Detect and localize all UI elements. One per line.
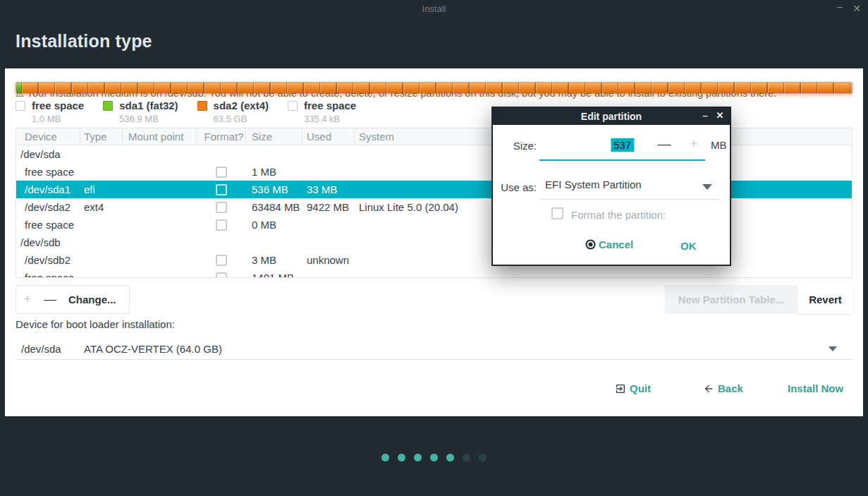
format-cell xyxy=(197,255,246,266)
legend-swatch-icon xyxy=(197,101,207,111)
cell-size: 1 MB xyxy=(246,166,302,178)
dialog-title: Edit partition xyxy=(493,108,730,125)
size-input[interactable]: 537 — + xyxy=(539,129,705,161)
wizard-progress-dots xyxy=(0,454,868,461)
legend-item: free space335.4 kB xyxy=(288,99,356,124)
format-checkbox[interactable] xyxy=(216,202,227,213)
partition-overview-bar xyxy=(16,82,852,94)
install-now-button[interactable]: Install Now xyxy=(788,382,843,394)
legend-size: 1.0 MB xyxy=(32,114,84,124)
format-partition-label: Format the partition: xyxy=(571,209,666,221)
dropdown-arrow-icon xyxy=(702,184,712,190)
use-as-label: Use as: xyxy=(493,181,537,193)
revert-button[interactable]: Revert xyxy=(797,285,853,314)
legend-label: sda1 (fat32) xyxy=(119,99,178,111)
legend-swatch-icon xyxy=(16,101,25,111)
bootloader-device: /dev/sda xyxy=(21,343,61,355)
size-unit-label: MB xyxy=(711,139,727,151)
use-as-value: EFI System Partition xyxy=(545,179,642,190)
cell-device: free space xyxy=(16,272,80,278)
size-decrement-button[interactable]: — xyxy=(657,136,671,152)
dialog-close-icon[interactable]: ✕ xyxy=(714,108,726,123)
dropdown-arrow-icon xyxy=(829,346,837,351)
partition-bar-segment-sda2 xyxy=(22,83,852,93)
column-header-type[interactable]: Type xyxy=(80,128,123,145)
cell-size: 1401 MB xyxy=(246,272,302,278)
change-partition-button[interactable]: Change... xyxy=(61,294,129,306)
progress-dot xyxy=(479,454,487,461)
cancel-button[interactable]: Cancel xyxy=(585,238,633,250)
close-icon[interactable]: ✕ xyxy=(850,3,864,14)
page-title: Installation type xyxy=(16,31,152,52)
column-header-mount-point[interactable]: Mount point xyxy=(123,128,197,145)
cell-device: /dev/sdb xyxy=(16,236,80,248)
legend-label: sda2 (ext4) xyxy=(214,99,269,111)
partition-bar-segment-sda1 xyxy=(16,83,22,93)
cell-device: /dev/sda xyxy=(16,148,80,160)
legend-size: 335.4 kB xyxy=(304,114,356,124)
progress-dot xyxy=(414,454,422,461)
column-header-format[interactable]: Format? xyxy=(197,128,246,145)
progress-dot xyxy=(398,454,405,461)
legend-size: 536.9 MB xyxy=(119,114,178,124)
add-partition-button[interactable]: + xyxy=(16,292,39,307)
legend-size: 63.5 GB xyxy=(214,114,269,124)
cell-device: /dev/sda2 xyxy=(16,201,80,213)
edit-partition-dialog: Edit partition – ✕ Size: 537 — + MB Use … xyxy=(491,107,731,266)
ok-button[interactable]: OK xyxy=(680,240,697,252)
use-as-select[interactable]: EFI System Partition xyxy=(539,171,719,200)
format-checkbox[interactable] xyxy=(216,272,227,279)
legend-swatch-icon xyxy=(103,101,113,111)
legend-item: sda2 (ext4)63.5 GB xyxy=(197,99,269,124)
bootloader-device-select[interactable]: /dev/sda ATA OCZ-VERTEX (64.0 GB) xyxy=(16,337,852,360)
progress-dot xyxy=(446,454,454,461)
cell-type: ext4 xyxy=(80,201,123,213)
format-checkbox[interactable] xyxy=(216,167,227,178)
partition-legend: free space1.0 MBsda1 (fat32)536.9 MBsda2… xyxy=(16,99,356,124)
format-checkbox[interactable] xyxy=(216,255,227,266)
format-checkbox[interactable] xyxy=(216,219,227,231)
cell-size: 63484 MB xyxy=(246,201,302,213)
quit-button[interactable]: Quit xyxy=(615,382,651,394)
legend-label: free space xyxy=(32,99,84,111)
column-header-used[interactable]: Used xyxy=(302,128,355,145)
format-cell xyxy=(197,219,246,231)
back-button[interactable]: Back xyxy=(703,382,743,394)
bootloader-device-description: ATA OCZ-VERTEX (64.0 GB) xyxy=(84,343,222,355)
cell-type: efi xyxy=(80,183,123,195)
legend-item: free space1.0 MB xyxy=(16,99,84,124)
cell-device: free space xyxy=(16,166,80,178)
dialog-titlebar: Edit partition – ✕ xyxy=(493,108,730,125)
format-checkbox[interactable] xyxy=(216,184,227,195)
cell-size: 0 MB xyxy=(246,219,302,231)
format-cell xyxy=(197,167,246,178)
dialog-body: Size: 537 — + MB Use as: EFI System Part… xyxy=(493,125,730,265)
main-panel: ⚠Your installation medium is on /dev/sdb… xyxy=(5,68,863,416)
partition-row[interactable]: free space1401 MB xyxy=(16,269,852,278)
window-title: Install xyxy=(0,4,868,14)
legend-swatch-icon xyxy=(288,101,298,111)
minimize-icon[interactable]: – xyxy=(833,1,847,12)
cell-used: 9422 MB xyxy=(302,201,355,213)
format-cell xyxy=(197,272,246,279)
cell-device: /dev/sdb2 xyxy=(16,254,80,266)
progress-dot xyxy=(463,454,470,461)
remove-partition-button[interactable]: — xyxy=(39,292,61,307)
cell-used: 33 MB xyxy=(302,183,355,195)
back-arrow-icon xyxy=(703,383,714,394)
new-partition-table-button[interactable]: New Partition Table... xyxy=(665,285,797,314)
column-header-device[interactable]: Device xyxy=(16,128,80,145)
progress-dot xyxy=(381,454,389,461)
dialog-minimize-icon[interactable]: – xyxy=(699,108,711,123)
bootloader-label: Device for boot loader installation: xyxy=(16,318,175,330)
window-titlebar: Install – ✕ xyxy=(0,0,868,18)
cell-size: 536 MB xyxy=(246,183,302,195)
size-increment-button[interactable]: + xyxy=(687,136,701,152)
format-partition-checkbox[interactable] xyxy=(551,207,563,219)
size-value[interactable]: 537 xyxy=(611,138,634,152)
cell-device: /dev/sda1 xyxy=(16,183,80,195)
format-cell xyxy=(197,184,246,195)
legend-label: free space xyxy=(304,99,356,111)
column-header-size[interactable]: Size xyxy=(246,128,302,145)
cell-size: 3 MB xyxy=(246,254,302,266)
